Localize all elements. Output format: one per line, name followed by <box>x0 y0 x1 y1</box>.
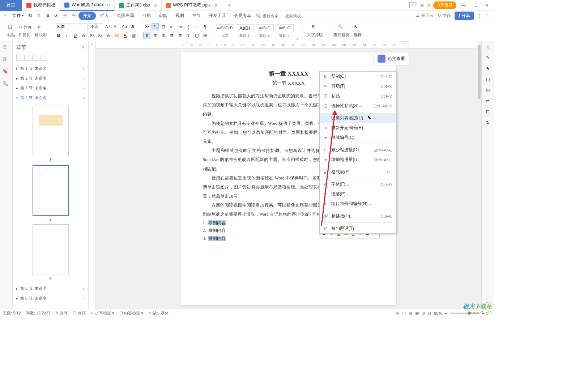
ctx-restart-numbering[interactable]: ⇥重新开始编号(R) <box>320 123 396 133</box>
shape-pane-icon[interactable]: ◫ <box>486 77 490 82</box>
underline-button[interactable]: U <box>72 32 79 39</box>
menu-tab-dev[interactable]: 开发工具 <box>205 11 230 20</box>
increase-indent-button[interactable]: ⇥ <box>176 23 184 30</box>
chapter-item-2[interactable]: ▸第 2 节: 未命名▾ <box>13 73 88 83</box>
template-search[interactable] <box>285 14 307 18</box>
print-preview-icon[interactable]: 👁 <box>52 12 60 20</box>
style-heading3[interactable]: AaBbC标题 3 <box>274 24 294 38</box>
panel-tool-2[interactable] <box>24 55 30 61</box>
command-search[interactable]: 🔍 <box>256 13 284 18</box>
font-size-select[interactable] <box>89 24 103 30</box>
line-spacing-button[interactable]: ⇕ <box>185 32 192 39</box>
save-icon[interactable]: 🖫 <box>26 12 34 20</box>
align-distribute-button[interactable]: ≣ <box>176 32 184 39</box>
ctx-continue-numbering[interactable]: ⇥继续编号(C) <box>320 133 396 143</box>
menu-tab-reference[interactable]: 引用 <box>139 11 154 20</box>
select-pane-icon[interactable]: ⬉ <box>486 66 490 71</box>
format-painter-button[interactable]: 🖌格式刷 <box>33 24 49 38</box>
tab-home[interactable]: 首页 <box>0 0 22 11</box>
menu-icon[interactable]: ≡ <box>1 12 9 20</box>
menu-tab-start[interactable]: 开始 <box>78 12 96 20</box>
view-outline-icon[interactable]: ⊞ <box>422 311 425 315</box>
ctx-paste-special[interactable]: 📋选择性粘贴(S)...Ctrl+Alt+V <box>320 101 396 111</box>
menu-tab-chapter[interactable]: 章节 <box>188 11 204 20</box>
menu-tab-view[interactable]: 视图 <box>172 11 188 20</box>
cloud-status[interactable]: ☁ 未上云 <box>415 13 434 19</box>
command-search-input[interactable] <box>263 14 284 18</box>
multilevel-button[interactable]: ⊟ <box>160 23 167 30</box>
ctx-paragraph[interactable]: ¶段落(P)... <box>320 189 396 199</box>
borders-button[interactable]: ⊞ <box>201 32 209 39</box>
collapse-float-icon[interactable]: ⌃ <box>401 41 409 47</box>
chevron-down-icon[interactable]: ▾ <box>83 96 85 100</box>
chapter-item-5[interactable]: ▸第 5 节: 未命名▾ <box>13 284 88 293</box>
search-icon[interactable]: 🔍 <box>3 81 10 88</box>
chevron-down-icon[interactable]: ▾ <box>83 297 85 300</box>
new-tab-button[interactable]: ＋ <box>222 0 237 11</box>
numbering-button[interactable]: ⒈ <box>152 23 159 30</box>
ctx-decrease-indent[interactable]: ⇤减少缩进量(D)Shift+Alt+, <box>320 145 396 155</box>
tab-excel-doc[interactable]: 工作簿3.xlsx⊖ <box>115 0 162 11</box>
collapse-icon[interactable]: ⌃ <box>485 13 489 18</box>
page-thumbnail-3[interactable]: · ·· ·· ·· ·· · <box>33 224 69 275</box>
view-eye-icon[interactable]: 👁 <box>395 311 399 315</box>
view-web-icon[interactable]: ▦ <box>415 311 419 315</box>
undo-icon[interactable]: ↶ <box>61 12 69 20</box>
text-tools-button[interactable]: ⋮ <box>185 23 192 30</box>
document-page[interactable]: 第一章 XXXXX 第一节 XXXXX 视频提供了功能强大的方法帮助您证明您的观… <box>181 52 396 305</box>
fullscreen-icon[interactable]: ⛶ <box>487 311 491 315</box>
bookmark-icon[interactable]: 🔖 <box>3 69 10 76</box>
shading-color-button[interactable]: ▢ <box>193 32 200 39</box>
menu-tab-review[interactable]: 审阅 <box>155 11 171 20</box>
more-pane-icon[interactable]: ⋯ <box>486 300 490 305</box>
save-as-icon[interactable]: 🗎 <box>35 12 43 20</box>
clear-format-icon[interactable]: A̸ <box>129 23 136 30</box>
ctx-cut[interactable]: ✂剪切(T)Ctrl+X <box>320 81 396 91</box>
vertical-scrollbar[interactable] <box>477 41 481 309</box>
chevron-down-icon[interactable]: ▾ <box>83 86 85 90</box>
outline-icon[interactable]: ▤ <box>3 44 10 51</box>
ctx-bullets-numbering[interactable]: ≡项目符号和编号(N)... <box>320 199 396 209</box>
panel-tool-3[interactable] <box>32 55 38 61</box>
increase-font-icon[interactable]: A⁺ <box>104 23 111 30</box>
ctx-adjust-indent[interactable]: 调整列表缩进(U)... <box>320 113 396 123</box>
minimize-button[interactable]: — <box>459 3 468 8</box>
ctx-translate[interactable]: ⇄短句翻译(T) <box>320 224 396 233</box>
props-pane-icon[interactable]: ⊡ <box>486 109 490 114</box>
text-layout-button[interactable]: ⊞文字排版 <box>305 24 325 38</box>
highlight-button[interactable]: ab <box>113 32 120 39</box>
status-edit[interactable]: ☐ 修订 <box>73 310 85 316</box>
chapter-item-4[interactable]: ▾第 4 节: 未命名▾ <box>13 93 88 103</box>
clip-pane-icon[interactable]: ◴ <box>486 88 490 93</box>
status-font[interactable]: ⚠ 缺失字体 <box>148 310 169 316</box>
style-pane-icon[interactable]: ◇ <box>486 44 490 49</box>
ctx-font[interactable]: A字体(F)...Ctrl+D <box>320 179 396 189</box>
scrollbar-thumb[interactable] <box>478 45 481 99</box>
cut-button[interactable]: ✂ 剪切 <box>17 24 33 31</box>
menu-tab-member[interactable]: 会员专享 <box>230 11 255 20</box>
share-button[interactable]: ⤴ 分享 <box>455 12 474 20</box>
history-pane-icon[interactable]: ↻ <box>486 120 490 125</box>
view-page-icon[interactable]: ▤ <box>409 311 412 315</box>
status-spell[interactable]: ✓ 拼写检查 ▾ <box>91 310 114 316</box>
align-justify-button[interactable]: ≣ <box>168 32 175 39</box>
bullets-button[interactable]: ⦿ <box>143 23 150 30</box>
nav-icon[interactable]: ▥ <box>3 56 10 64</box>
close-button[interactable]: ✕ <box>482 3 491 8</box>
menu-tab-layout[interactable]: 页面布局 <box>113 11 138 20</box>
status-page[interactable]: 页面: 5/12 <box>3 310 21 316</box>
show-marks-button[interactable]: ¶ <box>201 23 209 30</box>
horizontal-ruler[interactable]: 642246810121416182022242628303234363840 <box>96 41 481 48</box>
zoom-in-button[interactable]: + <box>482 311 484 315</box>
align-left-button[interactable]: ≡ <box>143 32 150 39</box>
copy-button[interactable]: ⎘ 复制 <box>17 31 33 38</box>
style-normal[interactable]: AaBbCcD正文 <box>215 24 235 38</box>
panel-tool-1[interactable] <box>16 55 22 61</box>
print-icon[interactable]: 🖶 <box>44 12 52 20</box>
ctx-copy[interactable]: ⎘复制(C)Ctrl+C <box>320 72 396 81</box>
status-words[interactable]: 字数: 12/2837 <box>26 310 51 316</box>
ctx-hyperlink[interactable]: 🔗超链接(H)...Ctrl+K <box>320 211 396 221</box>
coop-button[interactable]: ↻ 协作 <box>438 13 451 19</box>
style-heading1[interactable]: AaBl标题 1 <box>235 24 255 38</box>
chevron-down-icon[interactable]: ▾ <box>83 287 85 291</box>
